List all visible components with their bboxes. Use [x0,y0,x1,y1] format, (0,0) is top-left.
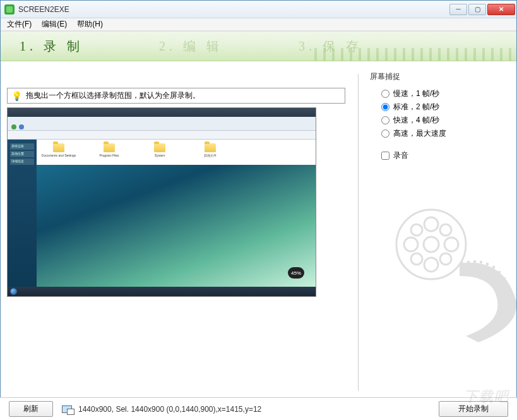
app-window: SCREEN2EXE ─ ▢ ✕ 文件(F) 编辑(E) 帮助(H) 1. 录 … [0,0,517,420]
svg-rect-18 [507,285,509,287]
svg-rect-14 [486,263,489,265]
content-area: 💡 拖曳出一个方框以选择录制范围，默认为全屏录制。 系统任务 其他位置 [1,61,516,396]
app-icon [4,4,15,15]
step-edit: 2. 编 辑 [159,38,223,55]
right-pane: 屏幕捕捉 慢速，1 帧/秒 标准，2 帧/秒 快速，4 帧/秒 高速，最大速度 … [359,69,510,396]
preview-folder: Documents and Settings [43,143,74,161]
svg-point-8 [411,253,422,265]
folder-icon [205,143,216,152]
screen-preview[interactable]: 系统任务 其他位置 详细信息 Documents and Settings Pr… [7,107,316,297]
svg-rect-13 [480,261,482,263]
lightbulb-icon: 💡 [11,91,22,101]
preview-sidebar-item: 系统任务 [10,143,34,150]
preview-explorer-toolbar [8,108,316,131]
preview-taskbar [8,287,316,296]
svg-point-4 [404,237,418,251]
preview-folder: 其他文件 [194,143,226,161]
preview-sidebar-item: 其他位置 [10,151,34,157]
refresh-button[interactable]: 刷新 [9,401,53,417]
svg-point-0 [396,210,466,279]
radio-max-input[interactable] [381,129,389,138]
svg-point-2 [424,217,438,231]
selection-icon [62,405,72,413]
preview-folder: Program Files [93,143,125,161]
svg-rect-12 [473,260,476,263]
svg-point-3 [424,258,438,272]
checkbox-audio-input[interactable] [381,152,389,160]
footer-bar: 刷新 1440x900, Sel. 1440x900 (0,0,1440,900… [0,397,517,420]
svg-rect-23 [501,324,503,327]
radio-max-label: 高速，最大速度 [393,128,446,139]
svg-rect-20 [510,301,513,304]
radio-standard[interactable]: 标准，2 帧/秒 [381,102,504,112]
svg-rect-15 [492,266,495,268]
menu-help[interactable]: 帮助(H) [73,18,107,31]
svg-point-5 [444,237,458,251]
window-controls: ─ ▢ ✕ [449,4,515,15]
capture-group-title: 屏幕捕捉 [370,71,504,82]
checkbox-audio-label: 录音 [393,150,408,161]
step-bar: 1. 录 制 2. 编 辑 3. 保 存 [1,31,516,61]
radio-fast-input[interactable] [381,116,389,124]
radio-slow-input[interactable] [381,90,389,98]
hint-text: 拖曳出一个方框以选择录制范围，默认为全屏录制。 [26,90,200,101]
close-button[interactable]: ✕ [487,4,515,15]
folder-icon [104,143,115,152]
svg-rect-17 [503,277,506,280]
svg-rect-26 [478,337,480,340]
radio-standard-label: 标准，2 帧/秒 [393,102,439,112]
svg-rect-19 [509,293,512,296]
preview-address-bar [8,131,316,140]
film-reel-decoration [371,194,517,358]
minimize-button[interactable]: ─ [449,4,467,15]
svg-rect-22 [506,317,508,320]
start-record-button[interactable]: 开始录制 [439,401,508,417]
preview-desktop-bg [37,165,316,287]
svg-rect-21 [509,309,511,312]
preview-folder: System [144,143,175,161]
radio-slow-label: 慢速，1 帧/秒 [393,88,439,99]
svg-point-1 [424,237,439,252]
radio-fast-label: 快速，4 帧/秒 [393,115,439,126]
preview-sidebar: 系统任务 其他位置 详细信息 [8,140,37,287]
status-text: 1440x900, Sel. 1440x900 (0,0,1440,900),x… [78,405,439,414]
svg-point-7 [440,224,451,236]
left-pane: 💡 拖曳出一个方框以选择录制范围，默认为全屏录制。 系统任务 其他位置 [7,69,358,396]
titlebar[interactable]: SCREEN2EXE ─ ▢ ✕ [1,1,516,18]
radio-max[interactable]: 高速，最大速度 [381,128,504,139]
svg-point-9 [440,253,451,265]
svg-rect-11 [467,261,470,263]
menu-file[interactable]: 文件(F) [3,18,35,31]
svg-rect-16 [498,271,501,273]
preview-file-list: Documents and Settings Program Files Sys… [37,140,316,165]
folder-icon [53,143,64,152]
menubar: 文件(F) 编辑(E) 帮助(H) [1,18,516,31]
hint-box: 💡 拖曳出一个方框以选择录制范围，默认为全屏录制。 [7,88,345,104]
svg-rect-10 [461,262,463,265]
radio-standard-input[interactable] [381,103,389,111]
radio-fast[interactable]: 快速，4 帧/秒 [381,115,504,126]
window-title: SCREEN2EXE [18,5,449,14]
folder-icon [154,143,165,152]
menu-edit[interactable]: 编辑(E) [38,18,71,31]
checkbox-audio[interactable]: 录音 [381,150,504,161]
start-orb-icon [10,288,17,295]
step-save: 3. 保 存 [299,38,362,55]
radio-slow[interactable]: 慢速，1 帧/秒 [381,88,504,99]
svg-rect-25 [486,334,489,337]
preview-zoom-badge: 45% [288,267,304,279]
svg-rect-24 [494,330,496,332]
step-record: 1. 录 制 [20,38,83,55]
svg-point-6 [411,224,422,236]
preview-sidebar-item: 详细信息 [10,159,34,165]
maximize-button[interactable]: ▢ [468,4,486,15]
